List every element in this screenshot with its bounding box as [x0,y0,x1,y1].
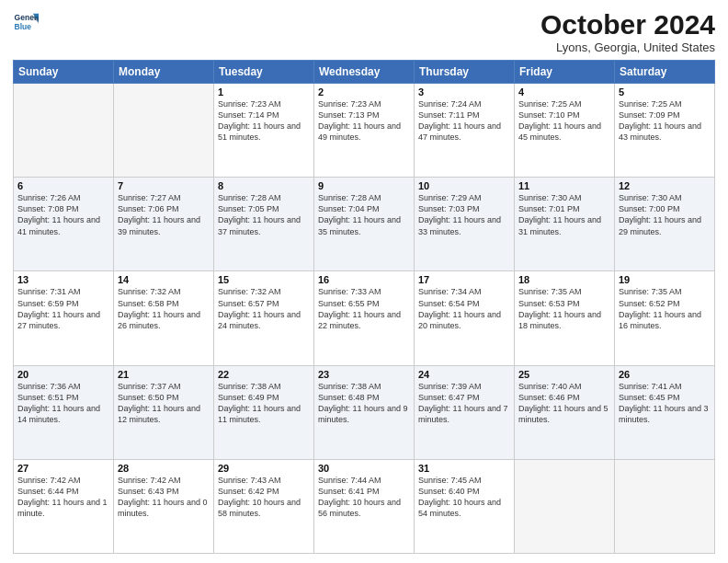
logo-icon: General Blue [13,9,39,35]
calendar-cell: 23Sunrise: 7:38 AMSunset: 6:48 PMDayligh… [314,365,415,459]
day-info: Sunrise: 7:32 AMSunset: 6:57 PMDaylight:… [218,286,310,331]
calendar-cell: 6Sunrise: 7:26 AMSunset: 7:08 PMDaylight… [14,178,114,271]
col-header-wednesday: Wednesday [314,61,415,84]
day-info: Sunrise: 7:37 AMSunset: 6:50 PMDaylight:… [118,381,210,426]
calendar-cell: 31Sunrise: 7:45 AMSunset: 6:40 PMDayligh… [415,459,515,553]
calendar-cell: 7Sunrise: 7:27 AMSunset: 7:06 PMDaylight… [114,178,214,271]
col-header-saturday: Saturday [615,61,715,84]
day-info: Sunrise: 7:36 AMSunset: 6:51 PMDaylight:… [17,381,109,426]
main-title: October 2024 [540,9,715,40]
calendar-cell: 1Sunrise: 7:23 AMSunset: 7:14 PMDaylight… [214,84,314,178]
calendar-cell: 11Sunrise: 7:30 AMSunset: 7:01 PMDayligh… [515,178,615,271]
calendar-cell: 9Sunrise: 7:28 AMSunset: 7:04 PMDaylight… [314,178,415,271]
col-header-thursday: Thursday [415,61,515,84]
day-number: 6 [17,180,109,191]
week-row-1: 1Sunrise: 7:23 AMSunset: 7:14 PMDaylight… [14,84,715,178]
page: General Blue October 2024 Lyons, Georgia… [0,0,728,563]
calendar-cell: 21Sunrise: 7:37 AMSunset: 6:50 PMDayligh… [114,365,214,459]
day-number: 24 [418,369,510,380]
day-info: Sunrise: 7:38 AMSunset: 6:49 PMDaylight:… [218,381,310,426]
day-info: Sunrise: 7:39 AMSunset: 6:47 PMDaylight:… [418,381,510,426]
day-info: Sunrise: 7:27 AMSunset: 7:06 PMDaylight:… [118,192,210,237]
day-number: 12 [619,180,711,191]
day-info: Sunrise: 7:40 AMSunset: 6:46 PMDaylight:… [518,381,610,426]
title-block: October 2024 Lyons, Georgia, United Stat… [540,9,715,54]
calendar-cell: 22Sunrise: 7:38 AMSunset: 6:49 PMDayligh… [214,365,314,459]
header: General Blue October 2024 Lyons, Georgia… [13,9,715,54]
day-number: 11 [518,180,610,191]
day-info: Sunrise: 7:42 AMSunset: 6:43 PMDaylight:… [118,475,210,520]
day-info: Sunrise: 7:30 AMSunset: 7:01 PMDaylight:… [518,192,610,237]
col-header-sunday: Sunday [14,61,114,84]
day-info: Sunrise: 7:28 AMSunset: 7:05 PMDaylight:… [218,192,310,237]
day-info: Sunrise: 7:24 AMSunset: 7:11 PMDaylight:… [418,98,510,144]
calendar-cell [114,84,214,178]
calendar-cell: 28Sunrise: 7:42 AMSunset: 6:43 PMDayligh… [114,459,214,553]
day-info: Sunrise: 7:30 AMSunset: 7:00 PMDaylight:… [619,192,711,237]
day-info: Sunrise: 7:42 AMSunset: 6:44 PMDaylight:… [17,475,109,520]
day-number: 4 [518,86,610,98]
day-number: 15 [218,274,310,285]
day-info: Sunrise: 7:38 AMSunset: 6:48 PMDaylight:… [318,381,410,426]
day-number: 18 [518,274,610,285]
day-info: Sunrise: 7:44 AMSunset: 6:41 PMDaylight:… [318,475,410,520]
calendar-cell: 18Sunrise: 7:35 AMSunset: 6:53 PMDayligh… [515,271,615,365]
calendar-cell: 15Sunrise: 7:32 AMSunset: 6:57 PMDayligh… [214,271,314,365]
day-number: 1 [218,86,310,98]
day-number: 25 [518,369,610,380]
day-number: 30 [318,463,410,474]
week-row-5: 27Sunrise: 7:42 AMSunset: 6:44 PMDayligh… [14,459,715,553]
subtitle: Lyons, Georgia, United States [540,40,715,54]
day-number: 28 [118,463,210,474]
day-number: 9 [318,180,410,191]
day-info: Sunrise: 7:45 AMSunset: 6:40 PMDaylight:… [418,475,510,520]
calendar-cell: 17Sunrise: 7:34 AMSunset: 6:54 PMDayligh… [415,271,515,365]
day-number: 19 [619,274,711,285]
day-number: 22 [218,369,310,380]
day-number: 2 [318,86,410,98]
day-info: Sunrise: 7:26 AMSunset: 7:08 PMDaylight:… [17,192,109,237]
calendar-cell: 24Sunrise: 7:39 AMSunset: 6:47 PMDayligh… [415,365,515,459]
day-info: Sunrise: 7:23 AMSunset: 7:13 PMDaylight:… [318,98,410,144]
day-info: Sunrise: 7:35 AMSunset: 6:53 PMDaylight:… [518,286,610,331]
logo: General Blue [13,9,39,35]
day-number: 27 [17,463,109,474]
calendar-cell: 26Sunrise: 7:41 AMSunset: 6:45 PMDayligh… [615,365,715,459]
day-info: Sunrise: 7:31 AMSunset: 6:59 PMDaylight:… [17,286,109,331]
calendar-cell [615,459,715,553]
calendar-cell: 19Sunrise: 7:35 AMSunset: 6:52 PMDayligh… [615,271,715,365]
calendar-cell: 8Sunrise: 7:28 AMSunset: 7:05 PMDaylight… [214,178,314,271]
day-info: Sunrise: 7:25 AMSunset: 7:10 PMDaylight:… [518,98,610,144]
calendar-cell: 25Sunrise: 7:40 AMSunset: 6:46 PMDayligh… [515,365,615,459]
day-info: Sunrise: 7:33 AMSunset: 6:55 PMDaylight:… [318,286,410,331]
day-number: 16 [318,274,410,285]
day-info: Sunrise: 7:35 AMSunset: 6:52 PMDaylight:… [619,286,711,331]
day-number: 20 [17,369,109,380]
calendar-cell [515,459,615,553]
day-number: 23 [318,369,410,380]
day-number: 13 [17,274,109,285]
calendar-cell: 3Sunrise: 7:24 AMSunset: 7:11 PMDaylight… [415,84,515,178]
day-number: 10 [418,180,510,191]
day-number: 29 [218,463,310,474]
calendar-table: SundayMondayTuesdayWednesdayThursdayFrid… [13,60,715,554]
calendar-cell: 16Sunrise: 7:33 AMSunset: 6:55 PMDayligh… [314,271,415,365]
day-number: 17 [418,274,510,285]
day-number: 3 [418,86,510,98]
calendar-cell: 14Sunrise: 7:32 AMSunset: 6:58 PMDayligh… [114,271,214,365]
day-info: Sunrise: 7:23 AMSunset: 7:14 PMDaylight:… [218,98,310,144]
day-number: 31 [418,463,510,474]
calendar-cell: 2Sunrise: 7:23 AMSunset: 7:13 PMDaylight… [314,84,415,178]
day-info: Sunrise: 7:41 AMSunset: 6:45 PMDaylight:… [619,381,711,426]
col-header-friday: Friday [515,61,615,84]
day-info: Sunrise: 7:32 AMSunset: 6:58 PMDaylight:… [118,286,210,331]
calendar-cell: 12Sunrise: 7:30 AMSunset: 7:00 PMDayligh… [615,178,715,271]
svg-text:Blue: Blue [15,22,32,31]
calendar-cell: 5Sunrise: 7:25 AMSunset: 7:09 PMDaylight… [615,84,715,178]
day-number: 21 [118,369,210,380]
calendar-cell: 29Sunrise: 7:43 AMSunset: 6:42 PMDayligh… [214,459,314,553]
week-row-2: 6Sunrise: 7:26 AMSunset: 7:08 PMDaylight… [14,178,715,271]
header-row: SundayMondayTuesdayWednesdayThursdayFrid… [14,61,715,84]
day-info: Sunrise: 7:28 AMSunset: 7:04 PMDaylight:… [318,192,410,237]
day-info: Sunrise: 7:43 AMSunset: 6:42 PMDaylight:… [218,475,310,520]
